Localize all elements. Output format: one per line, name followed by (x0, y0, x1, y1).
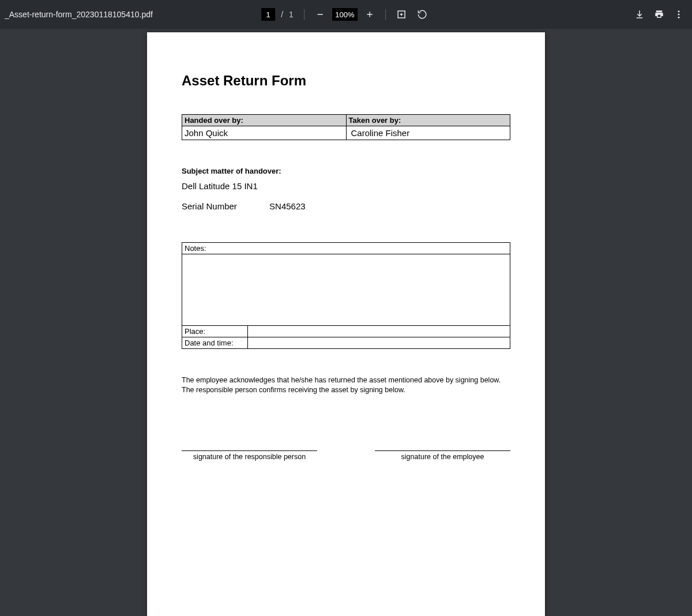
svg-point-6 (678, 10, 680, 12)
handover-table: Handed over by: Taken over by: John Quic… (182, 114, 510, 140)
signature-block-employee: signature of the employee (375, 450, 510, 461)
signature-label-employee: signature of the employee (375, 453, 510, 461)
zoom-level-input[interactable] (332, 8, 358, 21)
date-label: Date and time: (182, 337, 248, 349)
handed-over-by-header: Handed over by: (182, 115, 347, 126)
page-number-input[interactable] (261, 8, 275, 21)
svg-point-7 (678, 14, 680, 16)
pdf-viewer[interactable]: Asset Return Form Handed over by: Taken … (0, 29, 692, 616)
divider (385, 9, 386, 20)
page-total: 1 (289, 10, 294, 19)
print-icon (654, 9, 664, 20)
place-value (248, 326, 510, 337)
plus-icon (365, 10, 374, 19)
serial-row: Serial Number SN45623 (182, 201, 510, 211)
fit-page-icon (396, 9, 407, 20)
pdf-toolbar: _Asset-return-form_20230118105410.pdf / … (0, 0, 692, 29)
document-title: Asset Return Form (182, 73, 510, 89)
acknowledgement-text: The employee acknowledges that he/she ha… (182, 375, 510, 395)
print-button[interactable] (650, 6, 668, 23)
subject-label: Subject matter of handover: (182, 167, 510, 175)
handed-over-by-value: John Quick (182, 126, 347, 140)
signature-label-responsible: signature of the responsible person (182, 453, 317, 461)
minus-icon (315, 10, 325, 19)
serial-value: SN45623 (269, 201, 306, 211)
asset-name: Dell Latitude 15 IN1 (182, 181, 510, 191)
toolbar-right (631, 6, 687, 23)
download-button[interactable] (631, 6, 648, 23)
filename-label: _Asset-return-form_20230118105410.pdf (5, 10, 153, 19)
zoom-out-button[interactable] (311, 6, 329, 23)
signature-line (182, 450, 317, 451)
signature-block-responsible: signature of the responsible person (182, 450, 317, 461)
rotate-button[interactable] (413, 6, 431, 23)
signature-line (375, 450, 510, 451)
fit-page-button[interactable] (393, 6, 410, 23)
more-menu-button[interactable] (670, 6, 687, 23)
signature-row: signature of the responsible person sign… (182, 450, 510, 461)
serial-label: Serial Number (182, 201, 237, 211)
notes-table: Notes: Place: Date and time: (182, 242, 510, 349)
svg-point-8 (678, 17, 680, 18)
notes-label: Notes: (182, 243, 510, 254)
place-label: Place: (182, 326, 248, 337)
more-vertical-icon (674, 9, 684, 20)
zoom-in-button[interactable] (361, 6, 378, 23)
pdf-page: Asset Return Form Handed over by: Taken … (147, 32, 545, 616)
divider (304, 9, 304, 20)
toolbar-center: / 1 (261, 6, 431, 23)
taken-over-by-header: Taken over by: (346, 115, 510, 126)
page-separator: / (281, 10, 283, 19)
download-icon (634, 9, 645, 20)
date-value (248, 337, 510, 349)
notes-body (182, 254, 510, 326)
taken-over-by-value: Caroline Fisher (346, 126, 510, 140)
rotate-icon (417, 9, 427, 20)
